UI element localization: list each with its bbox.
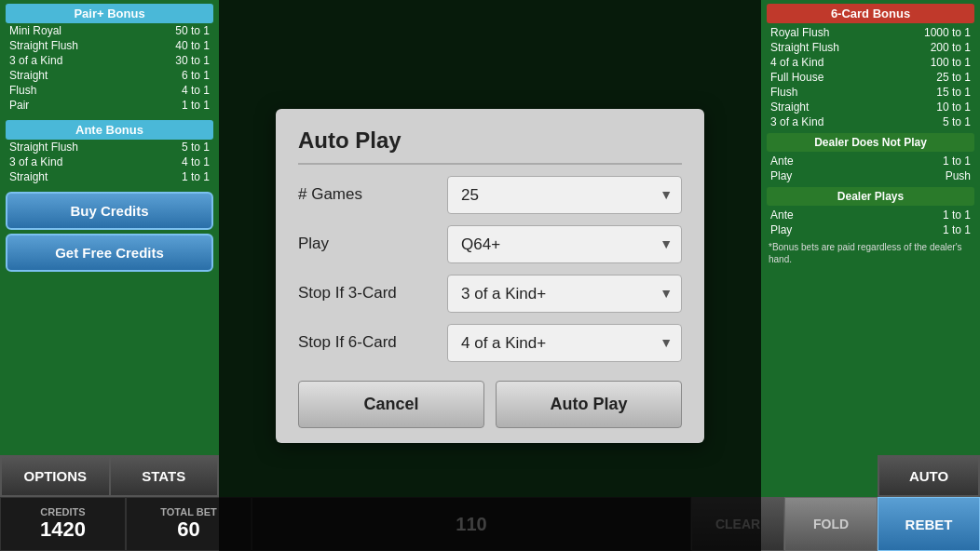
modal-buttons: Cancel Auto Play	[298, 381, 682, 428]
credits-label: CREDITS	[40, 506, 85, 517]
hand-name: Straight	[6, 169, 147, 184]
payout: 30 to 1	[140, 53, 213, 68]
list-item: Play1 to 1	[767, 222, 974, 237]
games-select-wrapper: 5102550100Unlimited ▼	[447, 176, 682, 214]
payout: 4 to 1	[147, 155, 213, 169]
payout: 6 to 1	[140, 68, 213, 83]
games-row: # Games 5102550100Unlimited ▼	[298, 176, 682, 214]
play-row: Play AlwaysQ64+K or betterAce or better …	[298, 225, 682, 263]
hand-name: Straight	[767, 100, 889, 114]
hand-name: Ante	[767, 154, 863, 168]
games-label: # Games	[298, 185, 447, 204]
bonus-note: *Bonus bets are paid regardless of the d…	[769, 241, 973, 265]
six-card-bonus-header: 6-Card Bonus	[767, 4, 974, 23]
fold-button[interactable]: FOLD	[784, 497, 878, 551]
payout: 1 to 1	[147, 169, 213, 184]
cancel-button[interactable]: Cancel	[298, 381, 484, 428]
totalbet-value: 60	[177, 517, 199, 542]
payout: Push	[863, 168, 974, 183]
payout: 25 to 1	[889, 70, 974, 85]
dealer-plays-header: Dealer Plays	[767, 187, 974, 206]
hand-name: Pair	[6, 98, 140, 113]
stop-6card-select[interactable]: Never3 of a Kind+Straight+Flush+4 of a K…	[447, 324, 682, 362]
modal-title: Auto Play	[298, 128, 682, 165]
payout: 1 to 1	[140, 98, 213, 113]
autoplay-button[interactable]: Auto Play	[496, 381, 682, 428]
hand-name: Full House	[767, 70, 889, 85]
dealer-plays-table: Ante1 to 1Play1 to 1	[767, 208, 974, 237]
payout: 1 to 1	[863, 154, 974, 168]
hand-name: 3 of a Kind	[767, 114, 889, 129]
rebet-button[interactable]: REBET	[878, 497, 980, 551]
list-item: Flush4 to 1	[6, 83, 213, 98]
ante-bonus-header: Ante Bonus	[6, 120, 213, 140]
dealer-not-play-table: Ante1 to 1PlayPush	[767, 154, 974, 183]
payout: 5 to 1	[147, 140, 213, 155]
pair-bonus-header: Pair+ Bonus	[6, 4, 213, 23]
list-item: Mini Royal50 to 1	[6, 23, 213, 38]
games-select[interactable]: 5102550100Unlimited	[447, 176, 682, 214]
hand-name: Straight	[6, 68, 140, 83]
hand-name: Royal Flush	[767, 25, 889, 40]
list-item: Straight Flush5 to 1	[6, 140, 213, 155]
payout: 40 to 1	[140, 38, 213, 53]
dealer-not-play-header: Dealer Does Not Play	[767, 133, 974, 152]
stop-6card-select-wrapper: Never3 of a Kind+Straight+Flush+4 of a K…	[447, 324, 682, 362]
payout: 15 to 1	[889, 85, 974, 100]
stop-6card-row: Stop If 6-Card Never3 of a Kind+Straight…	[298, 324, 682, 362]
stop-3card-label: Stop If 3-Card	[298, 284, 447, 302]
hand-name: Flush	[6, 83, 140, 98]
autoplay-modal: Auto Play # Games 5102550100Unlimited ▼ …	[276, 109, 704, 443]
payout: 5 to 1	[889, 114, 974, 129]
hand-name: Play	[767, 168, 863, 183]
totalbet-label: TOTAL BET	[160, 506, 217, 517]
hand-name: 4 of a Kind	[767, 55, 889, 70]
hand-name: Mini Royal	[6, 23, 140, 38]
list-item: Ante1 to 1	[767, 154, 974, 168]
hand-name: Flush	[767, 85, 889, 100]
options-button[interactable]: OPTIONS	[0, 455, 110, 497]
ante-bonus-section: Ante Bonus Straight Flush5 to 13 of a Ki…	[6, 120, 213, 184]
payout: 1 to 1	[863, 222, 974, 237]
pair-bonus-table: Mini Royal50 to 1Straight Flush40 to 13 …	[6, 23, 213, 113]
credits-value: 1420	[40, 517, 86, 542]
six-card-bonus-table: Royal Flush1000 to 1Straight Flush200 to…	[767, 25, 974, 129]
payout: 100 to 1	[889, 55, 974, 70]
buy-credits-button[interactable]: Buy Credits	[6, 192, 213, 230]
list-item: Pair1 to 1	[6, 98, 213, 113]
list-item: Straight Flush200 to 1	[767, 40, 974, 55]
list-item: 3 of a Kind30 to 1	[6, 53, 213, 68]
payout: 1 to 1	[863, 208, 974, 222]
hand-name: Play	[767, 222, 863, 237]
list-item: 4 of a Kind100 to 1	[767, 55, 974, 70]
list-item: PlayPush	[767, 168, 974, 183]
stop-3card-select-wrapper: NeverPair+3 of a Kind+Straight+Flush+ ▼	[447, 275, 682, 313]
stop-3card-row: Stop If 3-Card NeverPair+3 of a Kind+Str…	[298, 275, 682, 313]
play-select-wrapper: AlwaysQ64+K or betterAce or better ▼	[447, 225, 682, 263]
list-item: Royal Flush1000 to 1	[767, 25, 974, 40]
list-item: Straight6 to 1	[6, 68, 213, 83]
play-select[interactable]: AlwaysQ64+K or betterAce or better	[447, 225, 682, 263]
stop-3card-select[interactable]: NeverPair+3 of a Kind+Straight+Flush+	[447, 275, 682, 313]
list-item: Flush15 to 1	[767, 85, 974, 100]
hand-name: 3 of a Kind	[6, 155, 147, 169]
list-item: Straight1 to 1	[6, 169, 213, 184]
hand-name: 3 of a Kind	[6, 53, 140, 68]
list-item: Full House25 to 1	[767, 70, 974, 85]
auto-button[interactable]: AUTO	[878, 455, 980, 497]
list-item: Ante1 to 1	[767, 208, 974, 222]
list-item: 3 of a Kind5 to 1	[767, 114, 974, 129]
play-label: Play	[298, 235, 447, 253]
payout: 50 to 1	[140, 23, 213, 38]
hand-name: Ante	[767, 208, 863, 222]
hand-name: Straight Flush	[6, 140, 147, 155]
hand-name: Straight Flush	[6, 38, 140, 53]
payout: 4 to 1	[140, 83, 213, 98]
stats-button[interactable]: STATS	[110, 455, 220, 497]
ante-bonus-table: Straight Flush5 to 13 of a Kind4 to 1Str…	[6, 140, 213, 184]
hand-name: Straight Flush	[767, 40, 889, 55]
stop-6card-label: Stop If 6-Card	[298, 333, 447, 352]
credits-display: CREDITS 1420	[0, 497, 126, 551]
free-credits-button[interactable]: Get Free Credits	[6, 234, 213, 272]
payout: 200 to 1	[889, 40, 974, 55]
